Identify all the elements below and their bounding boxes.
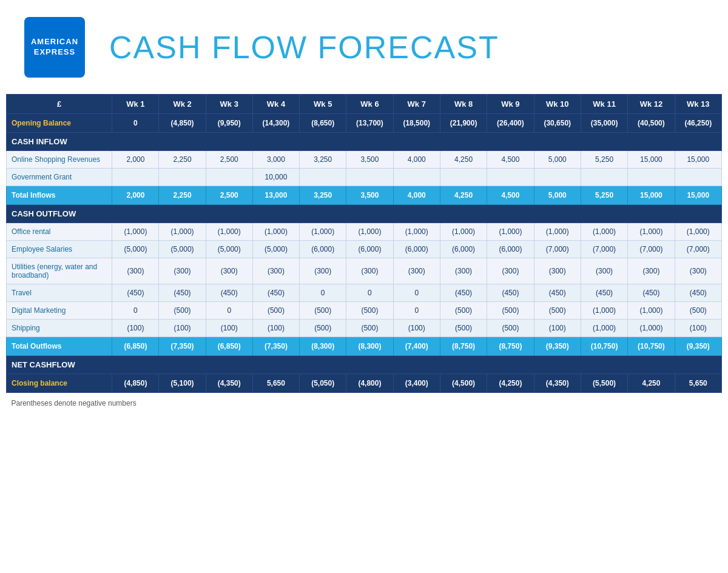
wk8-header: Wk 8 [440, 95, 487, 114]
wk6-header: Wk 6 [346, 95, 393, 114]
data-row: Online Shopping Revenues2,0002,2502,5003… [7, 151, 722, 169]
data-label: Office rental [7, 223, 112, 241]
wk2-header: Wk 2 [159, 95, 206, 114]
wk12-header: Wk 12 [628, 95, 675, 114]
footnote-row: Parentheses denote negative numbers [7, 393, 722, 414]
data-row: Office rental(1,000)(1,000)(1,000)(1,000… [7, 223, 722, 241]
data-row: Utilities (energy, water and broadband)(… [7, 258, 722, 284]
logo-line2: EXPRESS [34, 47, 75, 58]
data-label: Government Grant [7, 169, 112, 186]
wk13-header: Wk 13 [675, 95, 721, 114]
section-header-row: NET CASHFLOW [7, 356, 722, 374]
data-label: Shipping [7, 320, 112, 337]
total-row: Total Outflows(6,850)(7,350)(6,850)(7,35… [7, 337, 722, 356]
opening-balance-row: Opening Balance0(4,850)(9,950)(14,300)(8… [7, 114, 722, 133]
amex-logo: AMERICAN EXPRESS [24, 17, 85, 78]
data-row: Digital Marketing0(500)0(500)(500)(500)0… [7, 302, 722, 320]
total-row: Total Inflows2,0002,2502,50013,0003,2503… [7, 186, 722, 205]
total-label: Total Inflows [7, 186, 112, 205]
section-header-label: NET CASHFLOW [7, 356, 722, 374]
wk10-header: Wk 10 [534, 95, 581, 114]
wk1-header: Wk 1 [112, 95, 159, 114]
total-label: Total Outflows [7, 337, 112, 356]
closing-label: Closing balance [7, 374, 112, 393]
wk9-header: Wk 9 [487, 95, 534, 114]
column-header-row: £ Wk 1 Wk 2 Wk 3 Wk 4 Wk 5 Wk 6 Wk 7 Wk … [7, 95, 722, 114]
section-header-label: CASH OUTFLOW [7, 205, 722, 223]
header: AMERICAN EXPRESS CASH FLOW FORECAST [0, 0, 728, 94]
closing-row: Closing balance(4,850)(5,100)(4,350)5,65… [7, 374, 722, 393]
data-label: Online Shopping Revenues [7, 151, 112, 169]
data-row: Travel(450)(450)(450)(450)000(450)(450)(… [7, 284, 722, 302]
wk7-header: Wk 7 [393, 95, 440, 114]
data-label: Digital Marketing [7, 302, 112, 320]
page-title: CASH FLOW FORECAST [109, 29, 499, 65]
data-row: Government Grant10,000 [7, 169, 722, 186]
wk11-header: Wk 11 [581, 95, 627, 114]
data-label: Travel [7, 284, 112, 302]
data-row: Shipping(100)(100)(100)(100)(500)(500)(1… [7, 320, 722, 337]
data-label: Utilities (energy, water and broadband) [7, 258, 112, 284]
footnote-text: Parentheses denote negative numbers [7, 393, 722, 414]
opening-balance-label: Opening Balance [7, 114, 112, 133]
wk4-header: Wk 4 [252, 95, 299, 114]
wk3-header: Wk 3 [206, 95, 252, 114]
table-container: £ Wk 1 Wk 2 Wk 3 Wk 4 Wk 5 Wk 6 Wk 7 Wk … [0, 94, 728, 420]
section-header-row: CASH INFLOW [7, 133, 722, 151]
data-label: Employee Salaries [7, 241, 112, 258]
logo-line1: AMERICAN [31, 37, 78, 47]
section-header-row: CASH OUTFLOW [7, 205, 722, 223]
cashflow-table: £ Wk 1 Wk 2 Wk 3 Wk 4 Wk 5 Wk 6 Wk 7 Wk … [6, 94, 722, 414]
currency-header: £ [7, 95, 112, 114]
section-header-label: CASH INFLOW [7, 133, 722, 151]
wk5-header: Wk 5 [300, 95, 346, 114]
data-row: Employee Salaries(5,000)(5,000)(5,000)(5… [7, 241, 722, 258]
